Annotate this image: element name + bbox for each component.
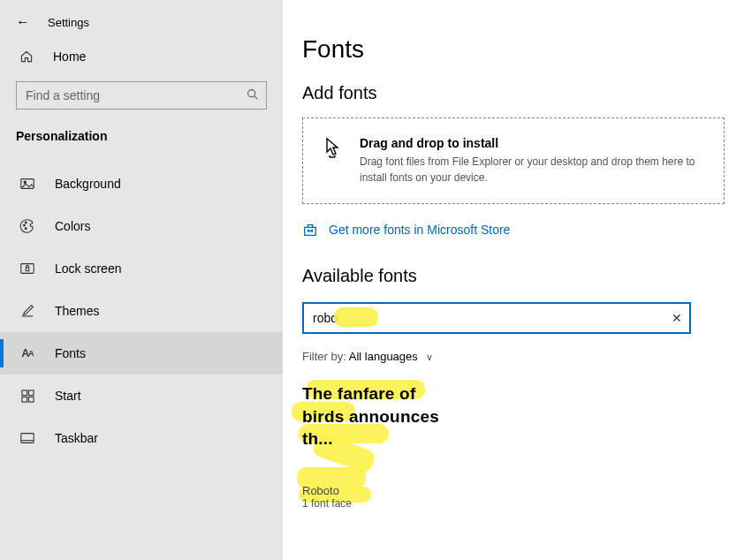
settings-title: Settings [48,16,89,29]
sidebar-item-label: Lock screen [55,261,121,276]
svg-rect-16 [307,230,310,232]
themes-icon [19,303,35,319]
page-title: Fonts [302,35,725,64]
svg-point-3 [24,181,26,183]
sidebar-item-fonts[interactable]: AA Fonts [0,332,283,375]
svg-point-4 [24,224,26,226]
palette-icon [19,218,35,234]
cursor-drop-icon [321,136,345,185]
sidebar-item-themes[interactable]: Themes [0,290,283,332]
drop-title: Drag and drop to install [360,136,706,150]
svg-rect-10 [21,390,27,395]
sidebar-search-container [16,81,267,110]
drop-desc: Drag font files from File Explorer or yo… [360,154,706,185]
sidebar-item-background[interactable]: Background [0,163,283,205]
chevron-down-icon: ∨ [426,352,433,362]
home-label: Home [53,49,86,64]
available-fonts-heading: Available fonts [302,266,725,286]
clear-icon[interactable]: ✕ [672,311,682,325]
svg-rect-8 [26,268,29,271]
filter-value: All languages [349,350,418,363]
svg-point-6 [25,228,27,230]
store-icon [302,222,318,238]
drop-target[interactable]: Drag and drop to install Drag font files… [302,117,725,204]
header-row: ← Settings [0,11,283,42]
svg-rect-12 [21,397,27,402]
sidebar-item-label: Themes [55,304,100,318]
filter-row[interactable]: Filter by: All languages ∨ [302,350,725,363]
svg-rect-11 [28,390,34,395]
sidebar: ← Settings Home Personalization Backgrou… [0,0,283,560]
home-icon [19,49,34,64]
sidebar-item-label: Fonts [55,346,86,360]
svg-rect-14 [21,434,34,443]
svg-rect-9 [22,315,34,316]
home-nav[interactable]: Home [0,42,283,71]
store-link[interactable]: Get more fonts in Microsoft Store [302,222,725,238]
store-link-text: Get more fonts in Microsoft Store [329,223,510,237]
drop-text: Drag and drop to install Drag font files… [360,136,706,185]
sidebar-item-taskbar[interactable]: Taskbar [0,417,283,459]
font-search-container: ✕ [302,302,725,334]
nav-list: Background Colors Lock screen [0,163,283,459]
font-name: Roboto [302,484,452,497]
add-fonts-heading: Add fonts [302,83,725,103]
sidebar-search-input[interactable] [16,81,267,110]
start-icon [19,388,35,404]
sidebar-item-label: Background [55,177,121,191]
picture-icon [19,176,35,192]
font-faces: 1 font face [302,497,452,510]
sidebar-item-start[interactable]: Start [0,375,283,417]
font-preview-text: The fanfare of birds announces th... [302,382,452,450]
sidebar-item-label: Taskbar [55,431,98,445]
svg-point-5 [25,222,27,223]
sidebar-item-lockscreen[interactable]: Lock screen [0,247,283,290]
fonts-icon: AA [19,345,35,361]
main-content: Fonts Add fonts Drag and drop to install… [283,0,744,560]
sidebar-item-label: Colors [55,219,90,233]
lockscreen-icon [19,261,35,276]
svg-rect-13 [28,397,34,402]
sidebar-item-label: Start [55,389,81,403]
filter-label: Filter by: [302,350,346,363]
taskbar-icon [19,430,35,446]
back-icon[interactable]: ← [16,14,30,30]
svg-rect-17 [310,230,313,232]
section-personalization: Personalization [0,124,283,154]
sidebar-item-colors[interactable]: Colors [0,205,283,247]
font-card-roboto[interactable]: The fanfare of birds announces th... Rob… [302,382,452,510]
